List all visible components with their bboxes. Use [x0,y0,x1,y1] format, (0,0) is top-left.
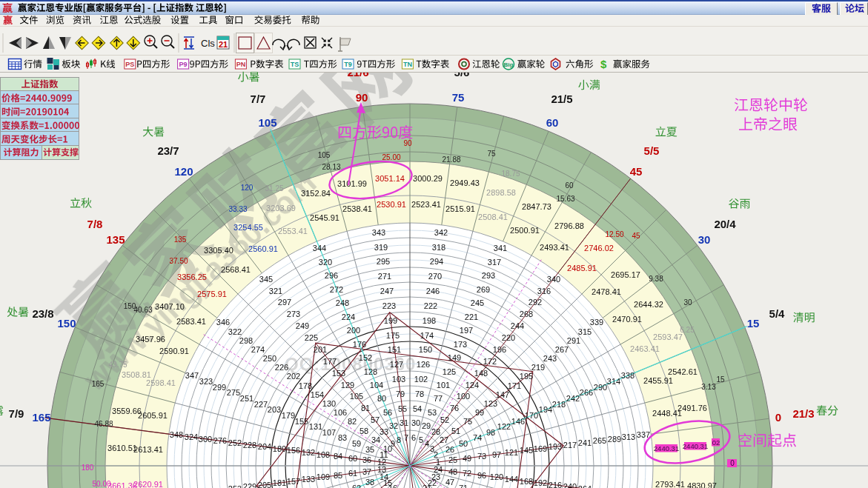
svg-text:324: 324 [185,432,198,441]
svg-text:149: 149 [448,353,461,362]
svg-text:PS: PS [125,61,134,68]
svg-text:P9: P9 [179,61,188,68]
svg-text:3254.55: 3254.55 [233,223,263,232]
svg-text:129: 129 [341,381,354,390]
svg-text:45: 45 [632,232,640,240]
svg-text:27: 27 [440,435,448,444]
svg-text:52: 52 [440,415,449,424]
svg-text:339: 339 [590,318,603,327]
svg-text:223: 223 [382,301,396,310]
svg-text:2523.41: 2523.41 [411,200,441,209]
svg-text:2455.91: 2455.91 [643,376,673,385]
svg-text:7/7: 7/7 [251,93,266,105]
svg-text:75: 75 [487,150,496,158]
svg-text:205: 205 [258,481,271,488]
svg-text:59: 59 [352,439,361,448]
svg-text:36: 36 [362,455,371,464]
svg-text:317: 317 [488,258,501,267]
svg-text:$: $ [600,58,607,70]
svg-text:32: 32 [389,421,398,430]
svg-text:72: 72 [463,469,471,478]
svg-text:293: 293 [482,271,495,280]
svg-text:37.50: 37.50 [169,257,188,265]
svg-text:204: 204 [258,442,271,451]
svg-text:271: 271 [378,272,391,281]
svg-text:15.63: 15.63 [556,195,574,203]
svg-text:249: 249 [296,321,309,330]
svg-text:219: 219 [531,363,545,372]
svg-text:224: 224 [342,312,355,321]
svg-text:81: 81 [361,404,370,412]
svg-text:2491.76: 2491.76 [677,404,707,412]
svg-text:12.50: 12.50 [605,230,623,238]
svg-text:79: 79 [396,390,405,398]
svg-text:38: 38 [365,478,374,487]
svg-text:77: 77 [434,394,443,403]
svg-text:176: 176 [353,340,366,349]
svg-text:99: 99 [475,408,484,417]
svg-text:62: 62 [352,484,361,488]
svg-text:9.38: 9.38 [649,275,663,283]
svg-text:101: 101 [437,381,450,390]
svg-text:57: 57 [371,415,380,424]
svg-text:18.75: 18.75 [501,170,520,178]
svg-text:151: 151 [388,345,401,354]
svg-text:246: 246 [426,287,440,295]
svg-text:247: 247 [380,287,394,295]
svg-text:178: 178 [299,381,312,390]
svg-text:103: 103 [392,375,405,384]
svg-text:2793.41: 2793.41 [655,480,685,488]
svg-text:90: 90 [403,139,412,147]
svg-text:2545.91: 2545.91 [310,213,339,222]
svg-text:82: 82 [348,417,357,426]
svg-text:266: 266 [580,388,593,397]
svg-text:23/8: 23/8 [32,307,53,320]
svg-text:76: 76 [450,404,459,412]
svg-text:242: 242 [566,394,580,403]
svg-text:50: 50 [459,439,468,448]
svg-text:2898.58: 2898.58 [486,188,516,197]
svg-text:21/5: 21/5 [551,93,572,105]
svg-text:3508.81: 3508.81 [122,370,151,379]
svg-text:2695.17: 2695.17 [611,270,640,279]
svg-text:31.25: 31.25 [265,184,283,193]
svg-text:145: 145 [520,446,533,455]
svg-text:225: 225 [305,333,318,342]
svg-text:28: 28 [431,427,440,436]
svg-text:60: 60 [565,181,574,190]
svg-text:199: 199 [384,316,397,325]
svg-text:2440.31: 2440.31 [683,442,708,450]
svg-text:96: 96 [477,471,486,480]
svg-text:60: 60 [348,454,357,463]
svg-text:2568.41: 2568.41 [221,265,251,274]
svg-text:120: 120 [490,472,503,481]
svg-text:3152.84: 3152.84 [301,189,331,198]
svg-text:49: 49 [463,454,471,463]
svg-text:244: 244 [511,321,524,330]
svg-text:241: 241 [578,438,592,447]
svg-text:23/7: 23/7 [157,144,179,157]
svg-text:130: 130 [322,399,336,408]
svg-text:30: 30 [698,233,711,246]
svg-text:150: 150 [419,345,432,354]
svg-text:165: 165 [32,411,50,424]
svg-text:2583.41: 2583.41 [176,317,206,326]
svg-text:15: 15 [716,375,725,384]
svg-text:21: 21 [219,40,228,49]
svg-text:73: 73 [477,452,486,461]
svg-text:179: 179 [282,411,295,420]
svg-text:132: 132 [302,448,315,457]
svg-text:133: 133 [302,475,315,484]
svg-text:46.88: 46.88 [94,420,113,428]
svg-text:252: 252 [228,438,242,447]
svg-text:30: 30 [683,298,692,307]
svg-text:343: 343 [372,228,385,237]
svg-text:226: 226 [275,363,288,372]
svg-text:298: 298 [239,336,253,345]
svg-text:243: 243 [543,354,557,363]
svg-text:107: 107 [322,428,336,437]
svg-text:2575.91: 2575.91 [197,290,227,298]
svg-text:170: 170 [525,411,538,420]
svg-text:2530.91: 2530.91 [377,200,406,209]
svg-text:3.13: 3.13 [701,383,716,391]
